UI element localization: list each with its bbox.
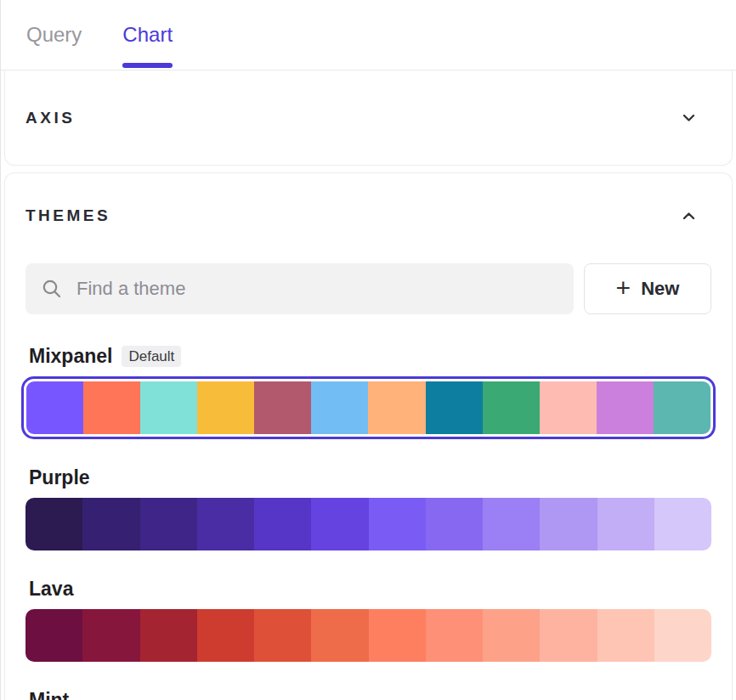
theme-search-box[interactable] bbox=[25, 263, 574, 314]
color-swatch bbox=[654, 498, 711, 550]
chevron-down-icon bbox=[682, 110, 696, 125]
color-swatch bbox=[368, 381, 425, 434]
chart-settings-panel: Query Chart AXIS THEMES bbox=[1, 0, 736, 700]
theme-search-input[interactable] bbox=[75, 277, 558, 301]
new-theme-button[interactable]: + New bbox=[584, 263, 711, 314]
active-tab-underline bbox=[122, 63, 173, 68]
color-swatch bbox=[82, 609, 139, 662]
theme-name: Purple bbox=[29, 465, 90, 490]
axis-section-header[interactable]: AXIS bbox=[25, 109, 696, 127]
search-icon bbox=[41, 278, 63, 300]
color-swatch bbox=[426, 498, 483, 550]
color-swatch bbox=[426, 609, 483, 662]
theme-search-row: + New bbox=[25, 263, 711, 314]
color-swatch bbox=[26, 381, 83, 434]
color-swatch bbox=[197, 609, 254, 662]
axis-section-title: AXIS bbox=[25, 109, 75, 127]
themes-section-header[interactable]: THEMES bbox=[25, 204, 711, 228]
color-swatch bbox=[311, 609, 368, 662]
color-swatch bbox=[597, 381, 654, 434]
color-swatch bbox=[140, 498, 197, 550]
new-theme-button-label: New bbox=[641, 278, 679, 300]
plus-icon: + bbox=[616, 275, 631, 301]
color-swatch bbox=[82, 498, 139, 550]
tab-query[interactable]: Query bbox=[26, 0, 82, 70]
theme-name: Lava bbox=[29, 576, 73, 601]
color-swatch bbox=[597, 498, 654, 550]
color-swatch bbox=[654, 381, 711, 434]
theme-swatch-row[interactable] bbox=[26, 381, 711, 434]
theme-item-purple: Purple bbox=[25, 465, 711, 550]
theme-name: Mint bbox=[29, 687, 69, 700]
theme-label: Purple bbox=[25, 465, 711, 490]
color-swatch bbox=[254, 609, 311, 662]
theme-item-mint: Mint bbox=[25, 687, 711, 700]
color-swatch bbox=[426, 381, 483, 434]
color-swatch bbox=[483, 381, 540, 434]
theme-label: Mint bbox=[25, 687, 711, 700]
theme-name: Mixpanel bbox=[29, 343, 112, 369]
color-swatch bbox=[197, 498, 254, 550]
tab-chart[interactable]: Chart bbox=[122, 0, 173, 70]
tab-query-label: Query bbox=[26, 23, 82, 47]
theme-label: MixpanelDefault bbox=[25, 343, 711, 369]
color-swatch bbox=[25, 609, 82, 662]
color-swatch bbox=[25, 498, 82, 550]
color-swatch bbox=[654, 609, 711, 662]
theme-list: MixpanelDefaultPurpleLavaMint bbox=[25, 343, 711, 700]
color-swatch bbox=[140, 381, 197, 434]
color-swatch bbox=[483, 498, 540, 550]
color-swatch bbox=[254, 381, 311, 434]
color-swatch bbox=[540, 498, 597, 550]
chevron-up-icon bbox=[682, 209, 696, 223]
color-swatch bbox=[540, 609, 597, 662]
card-gap bbox=[1, 166, 736, 172]
color-swatch bbox=[254, 498, 311, 550]
theme-swatch-row[interactable] bbox=[25, 609, 711, 662]
color-swatch bbox=[197, 381, 254, 434]
theme-swatch-row[interactable] bbox=[25, 498, 711, 550]
color-swatch bbox=[311, 498, 368, 550]
tab-chart-label: Chart bbox=[122, 23, 173, 47]
themes-section-title: THEMES bbox=[25, 206, 110, 225]
theme-item-mixpanel: MixpanelDefault bbox=[25, 343, 711, 439]
selected-theme-ring[interactable] bbox=[21, 376, 716, 439]
color-swatch bbox=[597, 609, 654, 662]
themes-section: THEMES + New MixpanelDefaultPurpleLavaMi… bbox=[4, 172, 733, 700]
theme-label: Lava bbox=[25, 576, 711, 601]
color-swatch bbox=[483, 609, 540, 662]
theme-item-lava: Lava bbox=[25, 576, 711, 662]
axis-section: AXIS bbox=[4, 71, 733, 166]
panel-tabbar: Query Chart bbox=[1, 0, 736, 71]
color-swatch bbox=[83, 381, 140, 434]
color-swatch bbox=[140, 609, 197, 662]
default-badge: Default bbox=[122, 346, 181, 367]
color-swatch bbox=[311, 381, 368, 434]
color-swatch bbox=[369, 498, 426, 550]
color-swatch bbox=[540, 381, 597, 434]
color-swatch bbox=[369, 609, 426, 662]
